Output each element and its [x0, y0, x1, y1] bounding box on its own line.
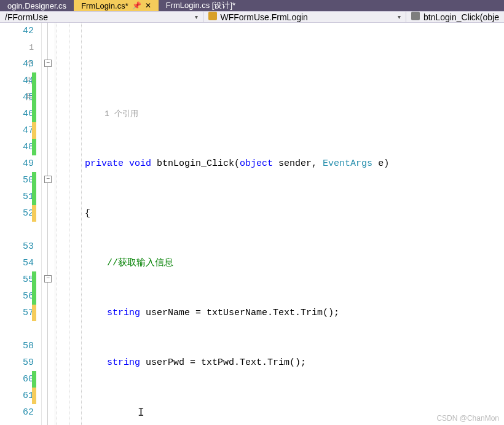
line-number: 57	[0, 305, 34, 321]
chevron-down-icon: ▾	[195, 14, 198, 20]
document-tabs: ogin.Designer.cs FrmLogin.cs* 📌 ✕ FrmLog…	[0, 0, 504, 11]
fold-toggle[interactable]: −	[44, 60, 52, 67]
line-number: 53	[0, 238, 34, 255]
outline-column: − − −	[42, 23, 55, 425]
line-number	[0, 321, 34, 338]
code-line[interactable]: {	[85, 205, 504, 222]
nav-scope-label: /FFormUse	[5, 12, 48, 22]
line-number: 58	[0, 338, 34, 354]
fold-toggle[interactable]: −	[44, 176, 52, 183]
watermark: CSDN @ChanMon	[436, 414, 499, 423]
codelens-refs[interactable]: 1 个引用	[85, 106, 504, 122]
line-number: 49	[0, 155, 34, 172]
nav-method-dropdown[interactable]: btnLogin_Click(obje	[406, 12, 504, 22]
line-number	[0, 222, 34, 238]
line-number: 59	[0, 354, 34, 371]
line-number: 60	[0, 371, 34, 388]
change-marks	[32, 23, 37, 425]
tab-label: FrmLogin.cs*	[81, 1, 128, 10]
line-number: 47	[0, 122, 34, 139]
line-number: 46	[0, 106, 34, 122]
line-number: 51	[0, 189, 34, 205]
event-icon	[411, 12, 420, 20]
tab-frmlogin-design[interactable]: FrmLogin.cs [设计]*	[159, 0, 243, 11]
nav-class-dropdown[interactable]: WFFormUse.FrmLogin ▾	[203, 12, 407, 22]
code-line[interactable]: string userName = txtUserName.Text.Trim(…	[85, 305, 504, 321]
line-number: 62	[0, 404, 34, 421]
code-line[interactable]: //获取输入信息	[85, 255, 504, 271]
line-number: 48	[0, 139, 34, 155]
code-area[interactable]: 1 个引用 private void btnLogin_Click(object…	[85, 23, 504, 425]
nav-method-label: btnLogin_Click(obje	[423, 12, 499, 22]
code-line[interactable]: string userPwd = txtPwd.Text.Trim();	[85, 354, 504, 371]
line-number: 52	[0, 205, 34, 222]
pin-icon[interactable]: 📌	[132, 1, 141, 10]
tab-label: ogin.Designer.cs	[7, 1, 66, 10]
code-line[interactable]: private void btnLogin_Click(object sende…	[85, 155, 504, 172]
class-icon	[208, 12, 217, 20]
line-number: 50	[0, 172, 34, 189]
line-number: 61	[0, 388, 34, 404]
line-number: 54	[0, 255, 34, 271]
line-number: 45	[0, 89, 34, 106]
tab-frmlogin-cs[interactable]: FrmLogin.cs* 📌 ✕	[74, 0, 159, 11]
indent-guides	[55, 23, 85, 425]
line-number: 42	[0, 23, 34, 39]
line-number: 43	[0, 56, 34, 72]
close-icon[interactable]: ✕	[145, 1, 151, 10]
line-number: 56	[0, 288, 34, 305]
tab-label: FrmLogin.cs [设计]*	[166, 0, 235, 11]
nav-breadcrumb: /FFormUse ▾ WFFormUse.FrmLogin ▾ btnLogi…	[0, 11, 504, 23]
line-number-gutter: 42 1 个引用 43 44 45 46 47 48 49 50 51 52 5…	[0, 23, 42, 425]
text-caret-icon: 𝙸	[138, 405, 145, 416]
tab-designer[interactable]: ogin.Designer.cs	[0, 0, 74, 11]
code-editor[interactable]: 42 1 个引用 43 44 45 46 47 48 49 50 51 52 5…	[0, 23, 504, 425]
chevron-down-icon: ▾	[398, 14, 401, 20]
nav-class-label: WFFormUse.FrmLogin	[221, 12, 308, 22]
nav-scope-dropdown[interactable]: /FFormUse ▾	[0, 12, 203, 22]
codelens-refs[interactable]: 1 个引用	[0, 39, 34, 56]
line-number: 44	[0, 72, 34, 89]
line-number: 55	[0, 271, 34, 288]
fold-toggle[interactable]: −	[44, 275, 52, 283]
